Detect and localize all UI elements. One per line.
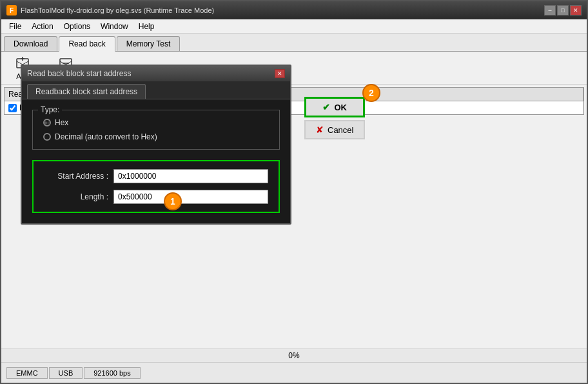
cancel-x-icon: ✘ bbox=[316, 125, 324, 135]
dialog-content: Type: Hex Decimal (auto convert to Hex) bbox=[22, 99, 290, 223]
tab-readback[interactable]: Read back bbox=[59, 36, 115, 52]
address-group: Start Address : Length : bbox=[32, 160, 280, 213]
ok-check-icon: ✔ bbox=[322, 102, 330, 112]
app-icon: F bbox=[6, 5, 17, 15]
dialog-actions: ✔ OK ✘ Cancel bbox=[304, 97, 365, 139]
tab-bar: Download Read back Memory Test bbox=[1, 34, 587, 52]
dialog-title-bar: Read back block start address ✕ bbox=[22, 66, 290, 81]
dialog-tab-readback[interactable]: Readback block start address bbox=[27, 84, 146, 99]
length-row: Length : bbox=[44, 190, 268, 204]
type-group: Type: Hex Decimal (auto convert to Hex) bbox=[32, 110, 280, 150]
close-button[interactable]: ✕ bbox=[570, 5, 582, 15]
status-usb: USB bbox=[49, 367, 83, 379]
menu-file[interactable]: File bbox=[4, 21, 26, 32]
start-address-label: Start Address : bbox=[44, 172, 108, 181]
radio-hex-label: Hex bbox=[55, 118, 68, 127]
radio-decimal[interactable]: Decimal (auto convert to Hex) bbox=[43, 132, 269, 141]
menu-options[interactable]: Options bbox=[59, 21, 95, 32]
title-bar: F FlashToolMod fly-droid.org by oleg.svs… bbox=[1, 1, 587, 19]
maximize-button[interactable]: □ bbox=[557, 5, 569, 15]
radio-hex[interactable]: Hex bbox=[43, 118, 269, 127]
dialog: Read back block start address ✕ Readback… bbox=[21, 65, 291, 225]
main-content: Add Remove Read Flag Start Address Leng.… bbox=[1, 52, 587, 383]
dialog-close-button[interactable]: ✕ bbox=[275, 69, 285, 78]
start-address-input[interactable] bbox=[113, 169, 268, 183]
menu-window[interactable]: Window bbox=[95, 21, 133, 32]
type-legend: Type: bbox=[38, 105, 62, 114]
ok-button[interactable]: ✔ OK bbox=[304, 97, 365, 117]
minimize-button[interactable]: – bbox=[544, 5, 556, 15]
cancel-button[interactable]: ✘ Cancel bbox=[304, 120, 365, 139]
tab-download[interactable]: Download bbox=[4, 36, 57, 51]
status-bar: 0% bbox=[1, 349, 587, 362]
start-address-row: Start Address : bbox=[44, 169, 268, 183]
tab-memory-test[interactable]: Memory Test bbox=[117, 36, 180, 51]
badge-1: 1 bbox=[164, 192, 182, 210]
progress-text: 0% bbox=[288, 351, 299, 360]
app-title: FlashToolMod fly-droid.org by oleg.svs (… bbox=[21, 6, 214, 14]
status-emmc: EMMC bbox=[6, 367, 48, 379]
bottom-bar: EMMC USB 921600 bps bbox=[1, 362, 587, 383]
row-checkbox[interactable] bbox=[8, 104, 17, 112]
radio-decimal-btn[interactable] bbox=[43, 133, 51, 141]
badge-2: 2 bbox=[362, 84, 380, 102]
menu-help[interactable]: Help bbox=[133, 21, 160, 32]
cancel-label: Cancel bbox=[328, 125, 353, 135]
bottom-status-items: EMMC USB 921600 bps bbox=[6, 367, 142, 379]
menu-bar: File Action Options Window Help bbox=[1, 19, 587, 34]
main-window: F FlashToolMod fly-droid.org by oleg.svs… bbox=[0, 0, 588, 384]
radio-hex-btn[interactable] bbox=[43, 119, 51, 126]
status-baud: 921600 bps bbox=[84, 367, 141, 379]
dialog-title: Read back block start address bbox=[27, 69, 131, 78]
dialog-tab-bar: Readback block start address bbox=[22, 81, 290, 99]
radio-decimal-label: Decimal (auto convert to Hex) bbox=[55, 132, 157, 141]
length-label: Length : bbox=[44, 192, 108, 201]
title-controls: – □ ✕ bbox=[544, 5, 582, 15]
ok-label: OK bbox=[334, 103, 347, 112]
length-input[interactable] bbox=[113, 190, 268, 204]
title-bar-left: F FlashToolMod fly-droid.org by oleg.svs… bbox=[6, 5, 214, 15]
menu-action[interactable]: Action bbox=[26, 21, 58, 32]
